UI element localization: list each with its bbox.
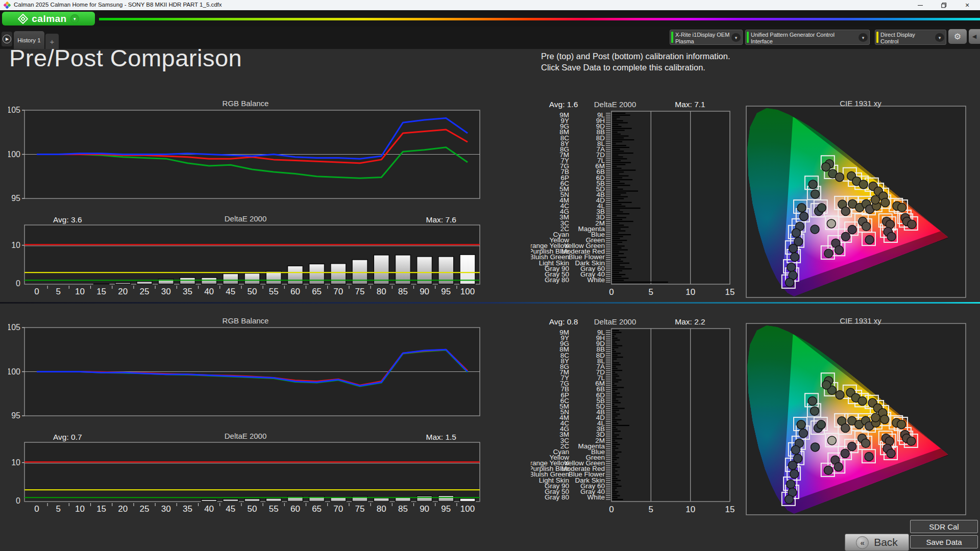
app-window: Calman 2025 Calman Home for Samsung - SO… xyxy=(0,0,980,551)
close-button[interactable]: × xyxy=(959,0,976,10)
svg-text:0: 0 xyxy=(609,505,614,514)
back-chevrons-icon: « xyxy=(856,536,869,549)
main-content: Pre/Post Comparison Pre (top) and Post (… xyxy=(0,49,980,551)
svg-text:65: 65 xyxy=(312,287,322,296)
svg-text:Gray 80: Gray 80 xyxy=(545,276,569,284)
spectrum-gradient-bar xyxy=(99,18,980,20)
pattern-dropdown-label: Unified Pattern Generator Control Interf… xyxy=(751,32,857,44)
svg-text:60: 60 xyxy=(290,504,300,514)
svg-text:10: 10 xyxy=(75,287,85,296)
svg-text:10: 10 xyxy=(685,505,695,514)
svg-text:0: 0 xyxy=(34,504,39,514)
svg-text:15: 15 xyxy=(725,505,735,514)
svg-text:100: 100 xyxy=(460,287,475,296)
rgb-balance-chart-post: RGB Balance 10510095 xyxy=(8,315,483,420)
display-status-indicator xyxy=(876,32,878,43)
display-dropdown-label: Direct Display Control xyxy=(880,32,934,44)
svg-text:40: 40 xyxy=(204,287,214,296)
svg-text:15: 15 xyxy=(96,504,106,514)
svg-text:60: 60 xyxy=(290,287,300,296)
restore-button[interactable] xyxy=(935,0,952,10)
deltae-colorchecker-chart-post: Avg: 0.8 DeltaE 2000 Max: 2.2 9M9Y9G8M8C… xyxy=(531,317,736,519)
deltae-grayscale-chart-pre: Avg: 3.6 DeltaE 2000 Max: 7.6 1000510152… xyxy=(8,213,483,299)
pattern-generator-dropdown[interactable]: Unified Pattern Generator Control Interf… xyxy=(745,30,870,45)
svg-text:45: 45 xyxy=(226,287,235,296)
max-value: Max: 2.2 xyxy=(665,317,716,327)
chevron-down-icon: ▾ xyxy=(935,33,944,42)
svg-text:100: 100 xyxy=(8,150,20,159)
logo-chevron-down-icon[interactable]: ▾ xyxy=(70,14,79,23)
svg-text:80: 80 xyxy=(377,504,386,514)
svg-text:35: 35 xyxy=(183,504,192,514)
svg-text:25: 25 xyxy=(140,504,150,514)
svg-text:15: 15 xyxy=(96,287,106,296)
svg-text:85: 85 xyxy=(398,504,408,514)
svg-text:90: 90 xyxy=(420,287,429,296)
collapse-panel-button[interactable]: ◀ xyxy=(969,29,980,44)
svg-text:5: 5 xyxy=(649,287,653,297)
svg-text:0: 0 xyxy=(34,287,39,296)
cie-1931-chart-post: CIE 1931 xy xyxy=(743,315,978,520)
svg-text:85: 85 xyxy=(398,287,408,296)
avg-value: Avg: 1.6 xyxy=(540,100,587,109)
back-button-label: Back xyxy=(874,536,898,548)
settings-gear-button[interactable]: ⚙ xyxy=(948,29,967,44)
svg-text:5: 5 xyxy=(649,505,653,514)
chevron-down-icon: ▾ xyxy=(731,33,741,42)
cie-1931-chart-pre: CIE 1931 xy xyxy=(743,98,978,303)
svg-text:0: 0 xyxy=(16,279,20,288)
avg-value: Avg: 0.8 xyxy=(540,317,587,327)
svg-text:55: 55 xyxy=(269,287,279,296)
svg-text:35: 35 xyxy=(183,287,192,296)
svg-text:30: 30 xyxy=(161,504,171,514)
svg-text:5: 5 xyxy=(56,504,60,514)
chevron-down-icon: ▾ xyxy=(859,33,868,42)
svg-text:75: 75 xyxy=(355,504,365,514)
svg-text:20: 20 xyxy=(118,287,128,296)
instruction-line-2: Click Save Data to complete this calibra… xyxy=(541,62,730,73)
svg-text:30: 30 xyxy=(161,287,171,296)
meter-dropdown[interactable]: X-Rite i1Display OEM Plasma ▾ xyxy=(670,30,743,45)
deltae-colorchecker-chart-pre: Avg: 1.6 DeltaE 2000 Max: 7.1 9M9Y9G8M8C… xyxy=(531,100,736,302)
svg-text:40: 40 xyxy=(204,504,214,514)
svg-text:20: 20 xyxy=(118,504,128,514)
svg-text:50: 50 xyxy=(248,287,257,296)
svg-text:65: 65 xyxy=(312,504,322,514)
svg-text:95: 95 xyxy=(11,411,20,420)
calman-diamond-icon xyxy=(18,14,28,24)
play-icon: ▶ xyxy=(3,35,11,43)
instructions: Pre (top) and Post (bottom) calibration … xyxy=(541,51,730,73)
meter-dropdown-label: X-Rite i1Display OEM Plasma xyxy=(675,32,730,44)
minimize-button[interactable] xyxy=(912,0,929,10)
sdr-cal-button[interactable]: SDR Cal xyxy=(910,520,978,533)
svg-text:90: 90 xyxy=(420,504,429,514)
max-value: Max: 7.6 xyxy=(426,215,456,224)
calman-menu-button[interactable]: calman ▾ xyxy=(2,12,95,26)
back-button[interactable]: « Back xyxy=(845,534,909,551)
svg-text:Gray 80: Gray 80 xyxy=(545,493,569,501)
svg-text:15: 15 xyxy=(725,287,735,297)
svg-text:95: 95 xyxy=(441,504,451,514)
display-control-dropdown[interactable]: Direct Display Control ▾ xyxy=(875,30,946,45)
svg-text:100: 100 xyxy=(460,504,475,514)
calman-app-icon xyxy=(4,2,11,9)
instruction-line-1: Pre (top) and Post (bottom) calibration … xyxy=(541,51,730,62)
svg-text:White: White xyxy=(587,493,605,501)
svg-text:95: 95 xyxy=(11,194,20,203)
window-title: Calman 2025 Calman Home for Samsung - SO… xyxy=(14,2,222,8)
pre-post-divider xyxy=(0,302,980,304)
svg-text:0: 0 xyxy=(16,496,20,505)
save-data-button[interactable]: Save Data xyxy=(910,535,978,548)
svg-text:5: 5 xyxy=(56,287,60,296)
meter-status-indicator xyxy=(671,32,673,43)
svg-text:80: 80 xyxy=(377,287,386,296)
deltae-grayscale-chart-post: Avg: 0.7 DeltaE 2000 Max: 1.5 1000510152… xyxy=(8,431,483,516)
svg-text:50: 50 xyxy=(248,504,257,514)
svg-text:10: 10 xyxy=(11,458,20,467)
rgb-balance-chart-pre: RGB Balance 10510095 xyxy=(8,98,483,203)
brand-bar: calman ▾ xyxy=(0,10,980,27)
pattern-status-indicator xyxy=(747,32,749,43)
max-value: Max: 1.5 xyxy=(426,433,456,442)
svg-text:10: 10 xyxy=(75,504,85,514)
svg-text:10: 10 xyxy=(685,287,695,297)
